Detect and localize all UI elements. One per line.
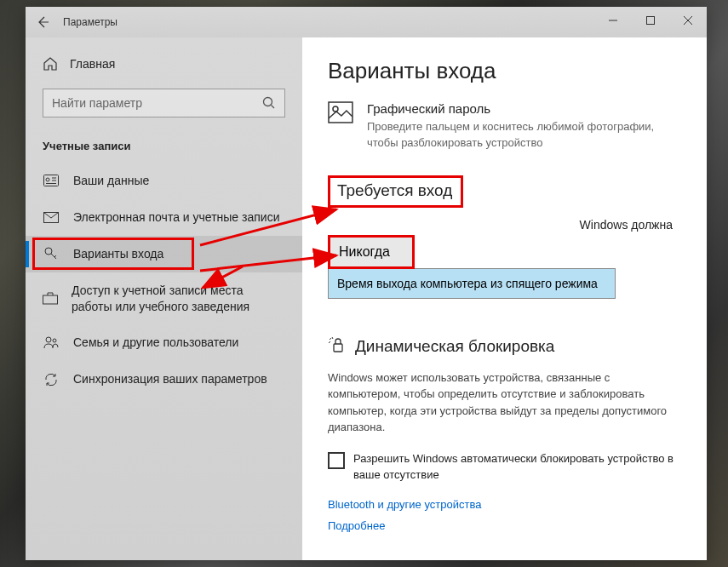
- back-button[interactable]: [26, 7, 60, 37]
- svg-point-4: [264, 98, 272, 106]
- titlebar: Параметры: [26, 7, 707, 37]
- category-header: Учетные записи: [43, 140, 285, 152]
- sidebar-item-work-access[interactable]: Доступ к учетной записи места работы или…: [26, 272, 302, 325]
- search-icon: [262, 96, 276, 110]
- nav-list: Ваши данные Электронная почта и учетные …: [26, 163, 302, 398]
- maximize-button[interactable]: [632, 7, 669, 34]
- home-icon: [43, 56, 58, 72]
- sidebar-item-family[interactable]: Семья и другие пользователи: [26, 324, 302, 361]
- window-body: Главная Учетные записи Ваши данные Элект…: [26, 37, 707, 560]
- close-icon: [684, 16, 692, 25]
- sidebar-item-label: Семья и другие пользователи: [73, 335, 238, 351]
- learn-more-link[interactable]: Подробнее: [328, 519, 681, 532]
- annotation-highlight: Требуется вход: [328, 175, 463, 208]
- sidebar-item-label: Синхронизация ваших параметров: [73, 371, 267, 387]
- require-signin-question: В случае вашего отсутствия через какое в…: [328, 218, 681, 232]
- envelope-icon: [43, 212, 60, 223]
- minimize-button[interactable]: [594, 7, 632, 34]
- bluetooth-link[interactable]: Bluetooth и другие устройства: [328, 498, 681, 511]
- home-label: Главная: [70, 57, 115, 71]
- svg-rect-20: [334, 344, 342, 352]
- dropdown-selected[interactable]: Никогда: [328, 235, 415, 269]
- dynamic-lock-desc: Windows может использовать устройства, с…: [328, 369, 681, 436]
- svg-point-19: [333, 106, 338, 112]
- sidebar-item-label: Варианты входа: [73, 246, 163, 262]
- window-controls: [594, 7, 707, 34]
- content-panel: Варианты входа Графический пароль Провед…: [302, 37, 707, 560]
- settings-window: Параметры Главная Учетные записи Ваши да…: [26, 7, 707, 560]
- svg-point-16: [46, 337, 51, 342]
- sidebar-item-label: Доступ к учетной записи места работы или…: [72, 283, 285, 315]
- picture-password-title: Графический пароль: [367, 101, 681, 116]
- sidebar: Главная Учетные записи Ваши данные Элект…: [26, 37, 302, 560]
- dynamic-lock-icon: [328, 336, 347, 358]
- dynamic-lock-checkbox-row[interactable]: Разрешить Windows автоматически блокиров…: [328, 451, 681, 484]
- picture-icon: [328, 101, 353, 123]
- svg-rect-15: [43, 295, 58, 304]
- briefcase-icon: [43, 292, 58, 305]
- require-signin-dropdown[interactable]: Никогда Время выхода компьютера из спяще…: [328, 235, 616, 299]
- svg-point-12: [45, 248, 52, 255]
- dropdown-option[interactable]: Время выхода компьютера из спящего режим…: [328, 268, 616, 299]
- sidebar-item-sync[interactable]: Синхронизация ваших параметров: [26, 361, 302, 398]
- dynamic-lock-heading: Динамическая блокировка: [328, 336, 681, 358]
- checkbox-label: Разрешить Windows автоматически блокиров…: [353, 451, 681, 484]
- picture-password-desc: Проведите пальцем и коснитесь любимой фо…: [367, 119, 681, 152]
- checkbox[interactable]: [328, 452, 345, 469]
- svg-point-17: [53, 339, 56, 342]
- key-icon: [43, 246, 60, 261]
- svg-point-7: [46, 178, 49, 181]
- sync-icon: [43, 372, 60, 387]
- sidebar-item-your-info[interactable]: Ваши данные: [26, 163, 302, 199]
- back-arrow-icon: [36, 15, 49, 29]
- picture-password-option[interactable]: Графический пароль Проведите пальцем и к…: [328, 101, 681, 152]
- svg-line-5: [272, 106, 275, 109]
- require-signin-heading: Требуется вход: [337, 181, 452, 200]
- sidebar-item-label: Электронная почта и учетные записи: [73, 209, 279, 226]
- maximize-icon: [646, 16, 655, 25]
- window-title: Параметры: [63, 16, 118, 28]
- search-box[interactable]: [43, 89, 285, 117]
- minimize-icon: [609, 16, 617, 25]
- home-link[interactable]: Главная: [26, 49, 302, 78]
- page-title: Варианты входа: [328, 58, 681, 84]
- sidebar-item-signin-options[interactable]: Варианты входа: [26, 236, 302, 272]
- sidebar-item-email[interactable]: Электронная почта и учетные записи: [26, 199, 302, 236]
- people-icon: [43, 336, 60, 349]
- svg-rect-1: [647, 17, 655, 25]
- id-card-icon: [43, 175, 60, 186]
- search-input[interactable]: [52, 96, 262, 110]
- close-button[interactable]: [669, 7, 707, 34]
- svg-line-14: [54, 255, 56, 257]
- sidebar-item-label: Ваши данные: [73, 173, 149, 189]
